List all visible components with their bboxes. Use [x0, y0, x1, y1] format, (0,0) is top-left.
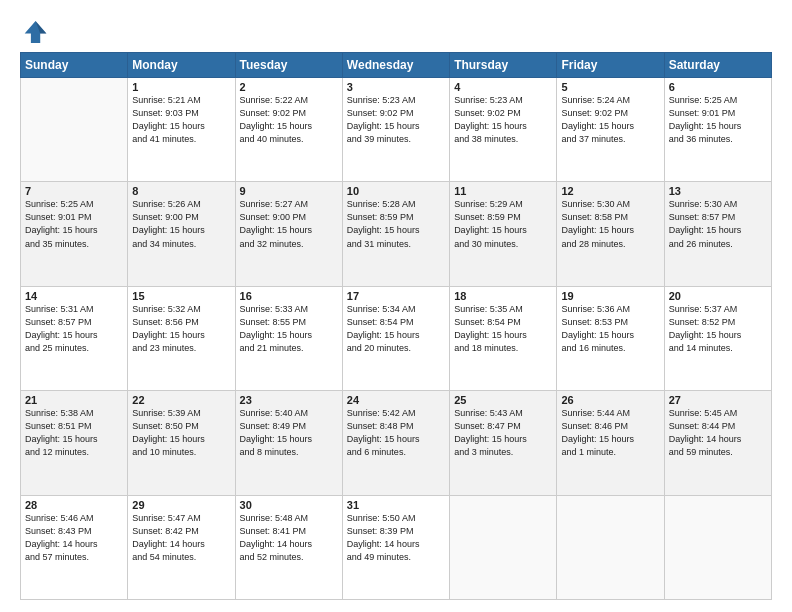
- day-number: 4: [454, 81, 552, 93]
- calendar-cell: 6Sunrise: 5:25 AM Sunset: 9:01 PM Daylig…: [664, 78, 771, 182]
- day-number: 17: [347, 290, 445, 302]
- day-detail: Sunrise: 5:33 AM Sunset: 8:55 PM Dayligh…: [240, 303, 338, 355]
- logo: [20, 18, 52, 46]
- day-number: 28: [25, 499, 123, 511]
- calendar-cell: 31Sunrise: 5:50 AM Sunset: 8:39 PM Dayli…: [342, 495, 449, 599]
- calendar-cell: 10Sunrise: 5:28 AM Sunset: 8:59 PM Dayli…: [342, 182, 449, 286]
- calendar-cell: 2Sunrise: 5:22 AM Sunset: 9:02 PM Daylig…: [235, 78, 342, 182]
- day-detail: Sunrise: 5:28 AM Sunset: 8:59 PM Dayligh…: [347, 198, 445, 250]
- day-detail: Sunrise: 5:34 AM Sunset: 8:54 PM Dayligh…: [347, 303, 445, 355]
- day-number: 16: [240, 290, 338, 302]
- day-number: 31: [347, 499, 445, 511]
- weekday-header: Wednesday: [342, 53, 449, 78]
- day-number: 10: [347, 185, 445, 197]
- calendar-cell: [450, 495, 557, 599]
- day-number: 30: [240, 499, 338, 511]
- day-detail: Sunrise: 5:42 AM Sunset: 8:48 PM Dayligh…: [347, 407, 445, 459]
- day-number: 11: [454, 185, 552, 197]
- calendar-cell: 25Sunrise: 5:43 AM Sunset: 8:47 PM Dayli…: [450, 391, 557, 495]
- weekday-header: Tuesday: [235, 53, 342, 78]
- day-detail: Sunrise: 5:45 AM Sunset: 8:44 PM Dayligh…: [669, 407, 767, 459]
- calendar-cell: 19Sunrise: 5:36 AM Sunset: 8:53 PM Dayli…: [557, 286, 664, 390]
- day-number: 1: [132, 81, 230, 93]
- day-detail: Sunrise: 5:26 AM Sunset: 9:00 PM Dayligh…: [132, 198, 230, 250]
- day-number: 3: [347, 81, 445, 93]
- day-detail: Sunrise: 5:47 AM Sunset: 8:42 PM Dayligh…: [132, 512, 230, 564]
- calendar-cell: 17Sunrise: 5:34 AM Sunset: 8:54 PM Dayli…: [342, 286, 449, 390]
- day-detail: Sunrise: 5:38 AM Sunset: 8:51 PM Dayligh…: [25, 407, 123, 459]
- day-detail: Sunrise: 5:25 AM Sunset: 9:01 PM Dayligh…: [25, 198, 123, 250]
- day-detail: Sunrise: 5:27 AM Sunset: 9:00 PM Dayligh…: [240, 198, 338, 250]
- day-number: 13: [669, 185, 767, 197]
- day-detail: Sunrise: 5:21 AM Sunset: 9:03 PM Dayligh…: [132, 94, 230, 146]
- day-number: 5: [561, 81, 659, 93]
- day-detail: Sunrise: 5:35 AM Sunset: 8:54 PM Dayligh…: [454, 303, 552, 355]
- calendar-header-row: SundayMondayTuesdayWednesdayThursdayFrid…: [21, 53, 772, 78]
- calendar-cell: 7Sunrise: 5:25 AM Sunset: 9:01 PM Daylig…: [21, 182, 128, 286]
- calendar-table: SundayMondayTuesdayWednesdayThursdayFrid…: [20, 52, 772, 600]
- calendar-cell: 3Sunrise: 5:23 AM Sunset: 9:02 PM Daylig…: [342, 78, 449, 182]
- page: SundayMondayTuesdayWednesdayThursdayFrid…: [0, 0, 792, 612]
- calendar-cell: 8Sunrise: 5:26 AM Sunset: 9:00 PM Daylig…: [128, 182, 235, 286]
- calendar-cell: 11Sunrise: 5:29 AM Sunset: 8:59 PM Dayli…: [450, 182, 557, 286]
- weekday-header: Thursday: [450, 53, 557, 78]
- logo-icon: [20, 18, 48, 46]
- day-detail: Sunrise: 5:44 AM Sunset: 8:46 PM Dayligh…: [561, 407, 659, 459]
- day-number: 2: [240, 81, 338, 93]
- calendar-cell: [664, 495, 771, 599]
- day-number: 21: [25, 394, 123, 406]
- day-detail: Sunrise: 5:22 AM Sunset: 9:02 PM Dayligh…: [240, 94, 338, 146]
- calendar-cell: 29Sunrise: 5:47 AM Sunset: 8:42 PM Dayli…: [128, 495, 235, 599]
- calendar-cell: 1Sunrise: 5:21 AM Sunset: 9:03 PM Daylig…: [128, 78, 235, 182]
- header: [20, 18, 772, 46]
- calendar-cell: [557, 495, 664, 599]
- calendar-cell: 4Sunrise: 5:23 AM Sunset: 9:02 PM Daylig…: [450, 78, 557, 182]
- calendar-cell: 5Sunrise: 5:24 AM Sunset: 9:02 PM Daylig…: [557, 78, 664, 182]
- calendar-cell: 16Sunrise: 5:33 AM Sunset: 8:55 PM Dayli…: [235, 286, 342, 390]
- calendar-cell: 9Sunrise: 5:27 AM Sunset: 9:00 PM Daylig…: [235, 182, 342, 286]
- day-detail: Sunrise: 5:37 AM Sunset: 8:52 PM Dayligh…: [669, 303, 767, 355]
- day-detail: Sunrise: 5:25 AM Sunset: 9:01 PM Dayligh…: [669, 94, 767, 146]
- day-number: 23: [240, 394, 338, 406]
- calendar-cell: 12Sunrise: 5:30 AM Sunset: 8:58 PM Dayli…: [557, 182, 664, 286]
- calendar-cell: 26Sunrise: 5:44 AM Sunset: 8:46 PM Dayli…: [557, 391, 664, 495]
- day-detail: Sunrise: 5:23 AM Sunset: 9:02 PM Dayligh…: [347, 94, 445, 146]
- day-number: 7: [25, 185, 123, 197]
- day-detail: Sunrise: 5:39 AM Sunset: 8:50 PM Dayligh…: [132, 407, 230, 459]
- day-detail: Sunrise: 5:23 AM Sunset: 9:02 PM Dayligh…: [454, 94, 552, 146]
- calendar-cell: 22Sunrise: 5:39 AM Sunset: 8:50 PM Dayli…: [128, 391, 235, 495]
- calendar-week-row: 21Sunrise: 5:38 AM Sunset: 8:51 PM Dayli…: [21, 391, 772, 495]
- calendar-cell: 30Sunrise: 5:48 AM Sunset: 8:41 PM Dayli…: [235, 495, 342, 599]
- calendar-week-row: 28Sunrise: 5:46 AM Sunset: 8:43 PM Dayli…: [21, 495, 772, 599]
- day-number: 19: [561, 290, 659, 302]
- day-number: 26: [561, 394, 659, 406]
- day-number: 12: [561, 185, 659, 197]
- day-number: 15: [132, 290, 230, 302]
- day-number: 25: [454, 394, 552, 406]
- day-detail: Sunrise: 5:24 AM Sunset: 9:02 PM Dayligh…: [561, 94, 659, 146]
- calendar-cell: 28Sunrise: 5:46 AM Sunset: 8:43 PM Dayli…: [21, 495, 128, 599]
- day-detail: Sunrise: 5:30 AM Sunset: 8:57 PM Dayligh…: [669, 198, 767, 250]
- day-detail: Sunrise: 5:29 AM Sunset: 8:59 PM Dayligh…: [454, 198, 552, 250]
- weekday-header: Sunday: [21, 53, 128, 78]
- day-number: 8: [132, 185, 230, 197]
- day-detail: Sunrise: 5:30 AM Sunset: 8:58 PM Dayligh…: [561, 198, 659, 250]
- calendar-cell: 18Sunrise: 5:35 AM Sunset: 8:54 PM Dayli…: [450, 286, 557, 390]
- day-detail: Sunrise: 5:48 AM Sunset: 8:41 PM Dayligh…: [240, 512, 338, 564]
- calendar-week-row: 1Sunrise: 5:21 AM Sunset: 9:03 PM Daylig…: [21, 78, 772, 182]
- day-detail: Sunrise: 5:36 AM Sunset: 8:53 PM Dayligh…: [561, 303, 659, 355]
- day-detail: Sunrise: 5:32 AM Sunset: 8:56 PM Dayligh…: [132, 303, 230, 355]
- calendar-cell: [21, 78, 128, 182]
- calendar-week-row: 14Sunrise: 5:31 AM Sunset: 8:57 PM Dayli…: [21, 286, 772, 390]
- weekday-header: Friday: [557, 53, 664, 78]
- day-number: 27: [669, 394, 767, 406]
- day-detail: Sunrise: 5:43 AM Sunset: 8:47 PM Dayligh…: [454, 407, 552, 459]
- weekday-header: Saturday: [664, 53, 771, 78]
- day-number: 18: [454, 290, 552, 302]
- calendar-cell: 20Sunrise: 5:37 AM Sunset: 8:52 PM Dayli…: [664, 286, 771, 390]
- calendar-cell: 14Sunrise: 5:31 AM Sunset: 8:57 PM Dayli…: [21, 286, 128, 390]
- calendar-cell: 23Sunrise: 5:40 AM Sunset: 8:49 PM Dayli…: [235, 391, 342, 495]
- day-detail: Sunrise: 5:50 AM Sunset: 8:39 PM Dayligh…: [347, 512, 445, 564]
- day-number: 14: [25, 290, 123, 302]
- weekday-header: Monday: [128, 53, 235, 78]
